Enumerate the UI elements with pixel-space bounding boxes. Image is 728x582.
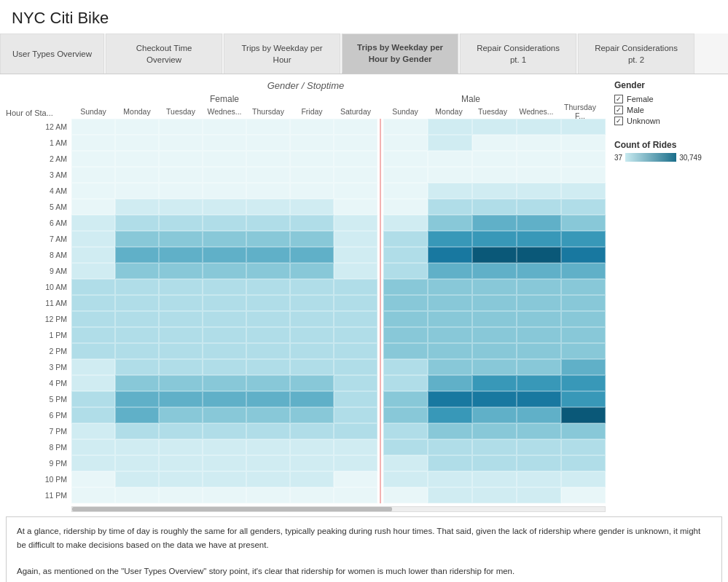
hour-label: 6 AM bbox=[6, 215, 71, 231]
hour-label: 9 PM bbox=[6, 455, 71, 471]
table-row bbox=[383, 343, 606, 359]
table-row bbox=[71, 327, 377, 343]
table-row bbox=[383, 359, 606, 375]
table-row bbox=[383, 487, 606, 503]
table-row bbox=[383, 215, 606, 231]
legend-unknown[interactable]: ✓ Unknown bbox=[614, 117, 722, 125]
unknown-checkbox[interactable]: ✓ bbox=[614, 117, 623, 125]
table-row bbox=[71, 423, 377, 439]
table-row bbox=[383, 375, 606, 391]
day-header-monday-m: Monday bbox=[427, 104, 471, 119]
hour-label: 2 PM bbox=[6, 343, 71, 359]
table-row bbox=[71, 199, 377, 215]
description-line1: At a glance, ridership by time of day is… bbox=[17, 524, 711, 551]
table-row bbox=[383, 327, 606, 343]
hour-label: 1 PM bbox=[6, 327, 71, 343]
table-row bbox=[383, 135, 606, 151]
day-header-thursday-f: Thursday bbox=[246, 104, 290, 119]
table-row bbox=[71, 311, 377, 327]
day-header-sunday-f: Sunday bbox=[71, 104, 115, 119]
hour-label: 10 PM bbox=[6, 471, 71, 487]
table-row bbox=[71, 471, 377, 487]
table-row bbox=[71, 167, 377, 183]
day-header-sunday-m: Sunday bbox=[383, 104, 427, 119]
hour-label: 4 AM bbox=[6, 183, 71, 199]
male-header: Male bbox=[383, 94, 558, 104]
tab-trips-weekday-gender[interactable]: Trips by Weekday per Hour by Gender bbox=[342, 34, 458, 74]
table-row bbox=[71, 343, 377, 359]
table-row bbox=[383, 119, 606, 135]
table-row bbox=[71, 407, 377, 423]
table-row bbox=[71, 439, 377, 455]
nav-tabs: User Types Overview Checkout Time Overvi… bbox=[0, 34, 728, 74]
male-checkbox[interactable]: ✓ bbox=[614, 106, 623, 114]
heatmap-title: Gender / Stoptime bbox=[6, 80, 606, 91]
table-row bbox=[71, 487, 377, 503]
tab-repair-pt1[interactable]: Repair Considerations pt. 1 bbox=[460, 34, 576, 74]
tab-repair-pt2[interactable]: Repair Considerations pt. 2 bbox=[578, 34, 694, 74]
day-header-monday-f: Monday bbox=[115, 104, 159, 119]
table-row bbox=[383, 167, 606, 183]
hour-label: 11 PM bbox=[6, 487, 71, 503]
table-row bbox=[383, 247, 606, 263]
hour-label: 8 AM bbox=[6, 247, 71, 263]
table-row bbox=[71, 455, 377, 471]
table-row bbox=[71, 295, 377, 311]
horizontal-scrollbar[interactable] bbox=[71, 506, 606, 512]
table-row bbox=[71, 215, 377, 231]
table-row bbox=[383, 471, 606, 487]
table-row bbox=[383, 455, 606, 471]
legend-female[interactable]: ✓ Female bbox=[614, 95, 722, 103]
table-row bbox=[71, 119, 377, 135]
table-row bbox=[71, 263, 377, 279]
gender-legend-title: Gender bbox=[614, 80, 722, 90]
day-header-tuesday-f: Tuesday bbox=[159, 104, 203, 119]
tab-checkout-time[interactable]: Checkout Time Overview bbox=[106, 34, 222, 74]
color-bar bbox=[625, 153, 676, 162]
table-row bbox=[71, 279, 377, 295]
table-row bbox=[383, 279, 606, 295]
table-row bbox=[383, 231, 606, 247]
table-row bbox=[71, 359, 377, 375]
unknown-label: Unknown bbox=[627, 117, 660, 125]
table-row bbox=[71, 391, 377, 407]
tab-trips-weekday[interactable]: Trips by Weekday per Hour bbox=[224, 34, 340, 74]
hour-label: 6 PM bbox=[6, 407, 71, 423]
color-min: 37 bbox=[614, 154, 622, 162]
legend-male[interactable]: ✓ Male bbox=[614, 106, 722, 114]
table-row bbox=[71, 135, 377, 151]
day-header-saturday-f: Saturday bbox=[334, 104, 377, 119]
hour-label: 8 PM bbox=[6, 439, 71, 455]
hour-label: 7 PM bbox=[6, 423, 71, 439]
col-header: Hour of Sta... bbox=[6, 104, 71, 119]
hour-label: 10 AM bbox=[6, 279, 71, 295]
hour-label: 5 PM bbox=[6, 391, 71, 407]
table-row bbox=[383, 311, 606, 327]
female-checkbox[interactable]: ✓ bbox=[614, 95, 623, 103]
color-legend-title: Count of Rides bbox=[614, 140, 722, 150]
color-max: 30,749 bbox=[679, 154, 702, 162]
app-title: NYC Citi Bike bbox=[0, 0, 728, 34]
hour-label: 11 AM bbox=[6, 295, 71, 311]
table-row bbox=[383, 439, 606, 455]
table-row bbox=[383, 295, 606, 311]
tab-user-types[interactable]: User Types Overview bbox=[0, 34, 104, 74]
table-row bbox=[71, 375, 377, 391]
table-row bbox=[383, 151, 606, 167]
description-line2: Again, as mentioned on the "User Types O… bbox=[17, 565, 711, 578]
hour-label: 2 AM bbox=[6, 151, 71, 167]
table-row bbox=[383, 391, 606, 407]
hour-label: 4 PM bbox=[6, 375, 71, 391]
table-row bbox=[383, 199, 606, 215]
table-row bbox=[383, 263, 606, 279]
day-header-tuesday-m: Tuesday bbox=[471, 104, 514, 119]
hour-label: 9 AM bbox=[6, 263, 71, 279]
table-row bbox=[383, 183, 606, 199]
hour-label: 1 AM bbox=[6, 135, 71, 151]
hour-label: 3 AM bbox=[6, 167, 71, 183]
table-row bbox=[71, 231, 377, 247]
hour-label: 7 AM bbox=[6, 231, 71, 247]
table-row bbox=[383, 423, 606, 439]
hour-label: 12 PM bbox=[6, 311, 71, 327]
male-label: Male bbox=[627, 106, 644, 114]
